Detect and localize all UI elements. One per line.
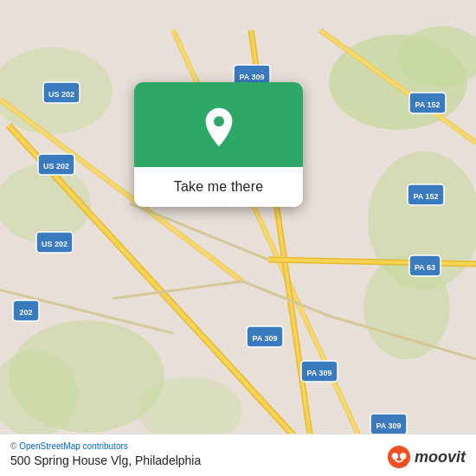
- moovit-icon: [387, 445, 411, 469]
- take-me-there-button[interactable]: Take me there: [134, 167, 303, 207]
- osm-link[interactable]: OpenStreetMap contributors: [19, 441, 128, 451]
- svg-text:US 202: US 202: [48, 90, 74, 99]
- svg-text:US 202: US 202: [42, 240, 68, 248]
- svg-text:PA 152: PA 152: [413, 192, 438, 201]
- location-pin-icon: [198, 106, 240, 148]
- popup-green-section: [134, 82, 303, 167]
- bottom-bar: © OpenStreetMap contributors 500 Spring …: [0, 434, 476, 476]
- copyright-symbol: ©: [10, 441, 16, 451]
- svg-point-51: [392, 453, 398, 459]
- moovit-text: moovit: [415, 448, 466, 466]
- svg-text:PA 309: PA 309: [376, 421, 401, 430]
- svg-text:PA 309: PA 309: [239, 73, 264, 81]
- svg-text:202: 202: [19, 308, 32, 317]
- moovit-logo: moovit: [387, 445, 466, 469]
- svg-text:PA 63: PA 63: [415, 263, 435, 272]
- svg-text:US 202: US 202: [43, 162, 69, 170]
- svg-point-49: [214, 116, 224, 126]
- popup-card: Take me there: [134, 82, 303, 207]
- svg-point-52: [400, 453, 406, 459]
- svg-text:PA 309: PA 309: [306, 369, 331, 377]
- map-background: US 202 PA 309 PA 152 US 202 PA 152 US 20…: [0, 0, 476, 476]
- svg-text:PA 152: PA 152: [415, 100, 440, 109]
- map-container: US 202 PA 309 PA 152 US 202 PA 152 US 20…: [0, 0, 476, 476]
- svg-point-50: [388, 446, 410, 468]
- svg-text:PA 309: PA 309: [252, 334, 277, 343]
